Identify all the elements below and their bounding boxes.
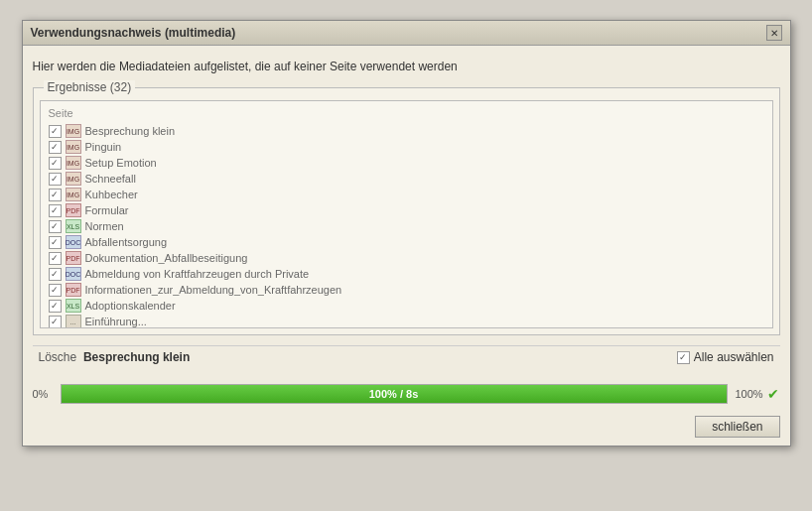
item-label: Pinguin — [85, 141, 122, 153]
progress-row: 0% 100% / 8s 100% ✔ — [33, 384, 780, 404]
file-icon-img: IMG — [66, 188, 81, 201]
file-icon-img: IMG — [66, 156, 81, 170]
list-item[interactable]: XLS Adoptionskalender — [45, 298, 768, 314]
list-item[interactable]: IMG Schneefall — [45, 171, 768, 187]
delete-item: Besprechung klein — [83, 350, 190, 364]
results-list[interactable]: Seite IMG Besprechung klein IMG Pinguin … — [40, 100, 773, 328]
progress-label-left: 0% — [33, 388, 53, 400]
delete-label: Lösche Besprechung klein — [39, 350, 191, 364]
info-text: Hier werden die Mediadateien aufgelistet… — [33, 56, 780, 77]
progress-section: 0% 100% / 8s 100% ✔ — [23, 378, 790, 412]
select-all-label: Alle auswählen — [694, 350, 774, 364]
list-item[interactable]: IMG Besprechung klein — [45, 123, 768, 139]
list-item[interactable]: DOC Abfallentsorgung — [45, 234, 768, 250]
item-label: Kuhbecher — [85, 189, 138, 200]
column-header: Seite — [45, 105, 768, 123]
list-item[interactable]: IMG Pinguin — [45, 139, 768, 155]
file-icon-xlsx: XLS — [66, 299, 81, 313]
close-button[interactable]: schließen — [695, 416, 779, 438]
file-icon-misc: ... — [66, 315, 81, 328]
item-label: Abfallentsorgung — [85, 236, 168, 248]
item-checkbox[interactable] — [49, 204, 62, 217]
item-label: Dokumentation_Abfallbeseitigung — [85, 252, 248, 264]
item-checkbox[interactable] — [49, 189, 62, 201]
bottom-bar: Lösche Besprechung klein Alle auswählen — [33, 345, 780, 368]
item-checkbox[interactable] — [49, 300, 62, 313]
progress-label-right: 100% ✔ — [736, 386, 780, 402]
list-item[interactable]: IMG Kuhbecher — [45, 187, 768, 202]
results-group: Ergebnisse (32) Seite IMG Besprechung kl… — [33, 87, 780, 335]
item-checkbox[interactable] — [49, 316, 62, 328]
file-icon-pdf: PDF — [66, 283, 81, 297]
item-checkbox[interactable] — [49, 141, 62, 154]
item-checkbox[interactable] — [49, 236, 62, 249]
dialog: Verwendungsnachweis (multimedia) ✕ Hier … — [22, 20, 791, 447]
list-item[interactable]: DOC Abmeldung von Kraftfahrzeugen durch … — [45, 266, 768, 282]
file-icon-img: IMG — [66, 124, 81, 138]
progress-bar-text: 100% / 8s — [369, 388, 419, 400]
item-checkbox[interactable] — [49, 252, 62, 265]
item-label: Schneefall — [85, 173, 136, 185]
item-checkbox[interactable] — [49, 173, 62, 186]
results-legend: Ergebnisse (32) — [44, 80, 136, 94]
item-checkbox[interactable] — [49, 125, 62, 138]
item-label: Adoptionskalender — [85, 300, 176, 312]
list-item[interactable]: IMG Setup Emotion — [45, 155, 768, 171]
select-all-checkbox[interactable] — [677, 351, 690, 364]
select-all[interactable]: Alle auswählen — [677, 350, 774, 364]
item-checkbox[interactable] — [49, 268, 62, 281]
item-checkbox[interactable] — [49, 284, 62, 297]
progress-percent: 100% — [736, 388, 763, 400]
progress-bar: 100% / 8s — [61, 384, 728, 404]
file-icon-pdf: PDF — [66, 203, 81, 217]
close-icon[interactable]: ✕ — [766, 25, 782, 41]
file-icon-img: IMG — [66, 172, 81, 186]
check-mark-icon: ✔ — [767, 386, 779, 402]
dialog-body: Hier werden die Mediadateien aufgelistet… — [23, 46, 790, 378]
list-item[interactable]: PDF Dokumentation_Abfallbeseitigung — [45, 250, 768, 266]
file-icon-img: IMG — [66, 140, 81, 154]
item-label: Einführung... — [85, 316, 147, 327]
list-item[interactable]: ... Einführung... — [45, 314, 768, 328]
item-label: Abmeldung von Kraftfahrzeugen durch Priv… — [85, 268, 310, 280]
list-item[interactable]: XLS Normen — [45, 218, 768, 234]
item-label: Informationen_zur_Abmeldung_von_Kraftfah… — [85, 284, 342, 296]
file-icon-xlsx: XLS — [66, 219, 81, 233]
file-icon-doc: DOC — [66, 267, 81, 281]
footer-bar: schließen — [23, 412, 790, 446]
list-item[interactable]: PDF Informationen_zur_Abmeldung_von_Kraf… — [45, 282, 768, 298]
list-item[interactable]: PDF Formular — [45, 202, 768, 218]
item-label: Normen — [85, 220, 124, 232]
delete-prefix: Lösche — [39, 350, 77, 364]
item-checkbox[interactable] — [49, 220, 62, 233]
file-icon-pdf: PDF — [66, 251, 81, 265]
titlebar: Verwendungsnachweis (multimedia) ✕ — [23, 21, 790, 46]
file-icon-doc: DOC — [66, 235, 81, 249]
item-checkbox[interactable] — [49, 157, 62, 170]
item-label: Besprechung klein — [85, 125, 176, 137]
dialog-title: Verwendungsnachweis (multimedia) — [31, 26, 236, 40]
item-label: Setup Emotion — [85, 157, 157, 169]
item-label: Formular — [85, 204, 129, 216]
